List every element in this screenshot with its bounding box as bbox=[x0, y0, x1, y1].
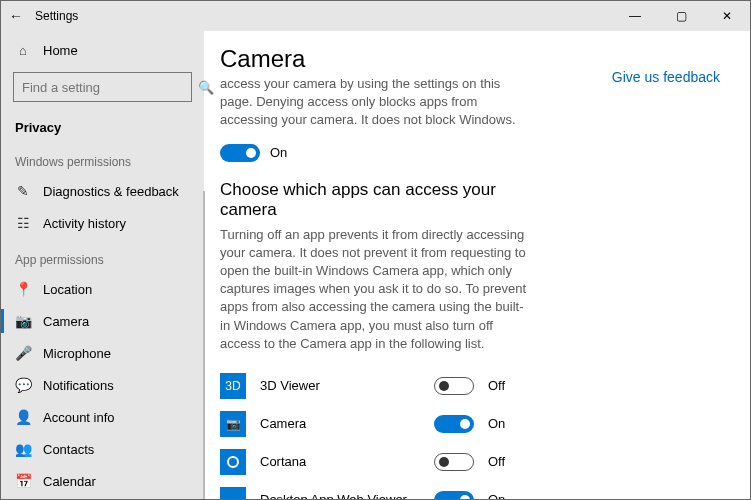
sidebar-item-label: Activity history bbox=[43, 216, 126, 231]
account-info-icon: 👤 bbox=[15, 409, 31, 425]
contacts-icon: 👥 bbox=[15, 441, 31, 457]
group-windows-permissions: Windows permissions bbox=[1, 141, 204, 175]
camera-access-state: On bbox=[270, 145, 287, 160]
sidebar-item-label: Microphone bbox=[43, 346, 111, 361]
location-icon: 📍 bbox=[15, 281, 31, 297]
sidebar-item-camera[interactable]: 📷Camera bbox=[1, 305, 204, 337]
camera-access-toggle[interactable] bbox=[220, 144, 260, 162]
home-nav[interactable]: ⌂ Home bbox=[1, 37, 204, 64]
app-toggle-state: On bbox=[488, 416, 518, 431]
app-toggle[interactable] bbox=[434, 377, 474, 395]
sidebar-item-activity-history[interactable]: ☷Activity history bbox=[1, 207, 204, 239]
sidebar: ⌂ Home 🔍 Privacy Windows permissions ✎Di… bbox=[1, 31, 204, 499]
titlebar: ← Settings — ▢ ✕ bbox=[1, 1, 750, 31]
sidebar-item-contacts[interactable]: 👥Contacts bbox=[1, 433, 204, 465]
app-name: Camera bbox=[260, 416, 420, 431]
notifications-icon: 💬 bbox=[15, 377, 31, 393]
sidebar-item-label: Calendar bbox=[43, 474, 96, 489]
search-box[interactable]: 🔍 bbox=[13, 72, 192, 102]
minimize-button[interactable]: — bbox=[612, 1, 658, 31]
sidebar-item-account-info[interactable]: 👤Account info bbox=[1, 401, 204, 433]
back-button[interactable]: ← bbox=[1, 8, 31, 24]
home-label: Home bbox=[43, 43, 78, 58]
app-toggle-state: Off bbox=[488, 378, 518, 393]
app-name: Desktop App Web Viewer bbox=[260, 492, 420, 499]
apps-subheading: Choose which apps can access your camera bbox=[220, 180, 530, 220]
app-toggle[interactable] bbox=[434, 453, 474, 471]
apps-subtext: Turning off an app prevents it from dire… bbox=[220, 226, 530, 353]
app-toggle-state: On bbox=[488, 492, 518, 499]
sidebar-item-calendar[interactable]: 📅Calendar bbox=[1, 465, 204, 497]
app-row: 3D3D ViewerOff bbox=[220, 367, 726, 405]
app-list: 3D3D ViewerOff📷CameraOnCortanaOffDesktop… bbox=[220, 367, 726, 499]
feedback-link[interactable]: Give us feedback bbox=[612, 69, 720, 85]
app-name: Cortana bbox=[260, 454, 420, 469]
app-icon bbox=[220, 449, 246, 475]
camera-icon: 📷 bbox=[15, 313, 31, 329]
sidebar-item-label: Notifications bbox=[43, 378, 114, 393]
close-button[interactable]: ✕ bbox=[704, 1, 750, 31]
app-row: CortanaOff bbox=[220, 443, 726, 481]
main-pane: Camera access your camera by using the s… bbox=[204, 31, 750, 499]
search-input[interactable] bbox=[14, 80, 198, 95]
diagnostics-feedback-icon: ✎ bbox=[15, 183, 31, 199]
sidebar-item-label: Location bbox=[43, 282, 92, 297]
page-intro-text: access your camera by using the settings… bbox=[220, 75, 530, 130]
group-app-permissions: App permissions bbox=[1, 239, 204, 273]
app-icon bbox=[220, 487, 246, 499]
app-row: 📷CameraOn bbox=[220, 405, 726, 443]
sidebar-item-notifications[interactable]: 💬Notifications bbox=[1, 369, 204, 401]
window-title: Settings bbox=[31, 9, 612, 23]
sidebar-item-label: Contacts bbox=[43, 442, 94, 457]
home-icon: ⌂ bbox=[15, 43, 31, 58]
breadcrumb: Privacy bbox=[1, 110, 204, 141]
app-icon: 📷 bbox=[220, 411, 246, 437]
app-icon: 3D bbox=[220, 373, 246, 399]
activity-history-icon: ☷ bbox=[15, 215, 31, 231]
app-toggle[interactable] bbox=[434, 491, 474, 499]
sidebar-item-label: Diagnostics & feedback bbox=[43, 184, 179, 199]
app-toggle[interactable] bbox=[434, 415, 474, 433]
sidebar-item-location[interactable]: 📍Location bbox=[1, 273, 204, 305]
microphone-icon: 🎤 bbox=[15, 345, 31, 361]
sidebar-item-label: Camera bbox=[43, 314, 89, 329]
sidebar-item-diagnostics-feedback[interactable]: ✎Diagnostics & feedback bbox=[1, 175, 204, 207]
app-row: Desktop App Web ViewerOn bbox=[220, 481, 726, 499]
app-name: 3D Viewer bbox=[260, 378, 420, 393]
app-toggle-state: Off bbox=[488, 454, 518, 469]
calendar-icon: 📅 bbox=[15, 473, 31, 489]
maximize-button[interactable]: ▢ bbox=[658, 1, 704, 31]
sidebar-item-label: Account info bbox=[43, 410, 115, 425]
sidebar-item-microphone[interactable]: 🎤Microphone bbox=[1, 337, 204, 369]
